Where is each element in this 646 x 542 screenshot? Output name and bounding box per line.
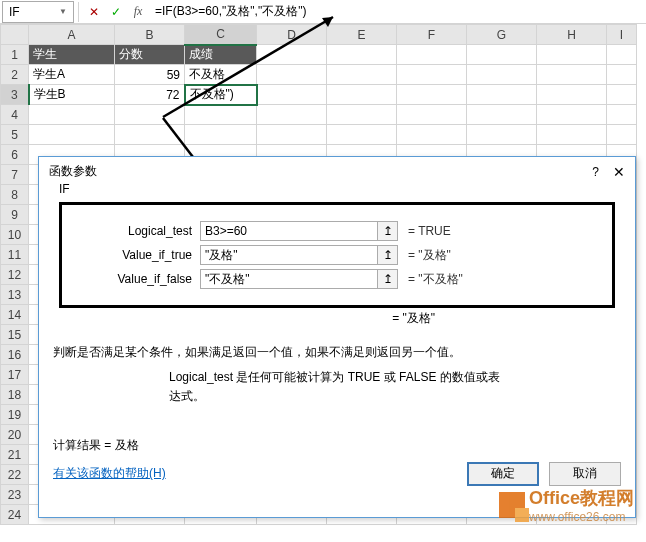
row-header-10[interactable]: 10 [1,225,29,245]
row-header-8[interactable]: 8 [1,185,29,205]
arg-input-logical-test[interactable]: B3>=60 [200,221,378,241]
ok-button[interactable]: 确定 [467,462,539,486]
cell[interactable] [257,45,327,65]
cell[interactable] [397,125,467,145]
cancel-button[interactable]: 取消 [549,462,621,486]
cell-a2[interactable]: 学生A [29,65,115,85]
cell[interactable] [537,65,607,85]
cell-c3-active[interactable]: 不及格") [185,85,257,105]
row-header-21[interactable]: 21 [1,445,29,465]
row-header-16[interactable]: 16 [1,345,29,365]
row-header-14[interactable]: 14 [1,305,29,325]
row-header-2[interactable]: 2 [1,65,29,85]
cell[interactable] [467,85,537,105]
dialog-titlebar[interactable]: 函数参数 ? ✕ [39,157,635,186]
collapse-dialog-icon[interactable]: ↥ [378,221,398,241]
cell-b1[interactable]: 分数 [115,45,185,65]
row-header-19[interactable]: 19 [1,405,29,425]
col-header-a[interactable]: A [29,25,115,45]
col-header-c[interactable]: C [185,25,257,45]
cell[interactable] [537,45,607,65]
cell[interactable] [327,65,397,85]
cell[interactable] [607,85,637,105]
cell-c1[interactable]: 成绩 [185,45,257,65]
cell[interactable] [115,105,185,125]
cell[interactable] [115,125,185,145]
cell[interactable] [185,125,257,145]
cell[interactable] [327,105,397,125]
arg-input-value-if-true[interactable]: "及格" [200,245,378,265]
cell[interactable] [327,45,397,65]
dialog-title-text: 函数参数 [49,163,97,180]
calculation-result: 计算结果 = 及格 [53,437,621,454]
cell[interactable] [607,45,637,65]
cell[interactable] [397,85,467,105]
row-header-1[interactable]: 1 [1,45,29,65]
cell[interactable] [29,125,115,145]
row-header-18[interactable]: 18 [1,385,29,405]
row-header-3[interactable]: 3 [1,85,29,105]
row-header-5[interactable]: 5 [1,125,29,145]
col-header-b[interactable]: B [115,25,185,45]
row-header-9[interactable]: 9 [1,205,29,225]
row-header-4[interactable]: 4 [1,105,29,125]
col-header-e[interactable]: E [327,25,397,45]
cell[interactable] [257,105,327,125]
col-header-d[interactable]: D [257,25,327,45]
cell[interactable] [537,125,607,145]
cell[interactable] [607,65,637,85]
row-header-11[interactable]: 11 [1,245,29,265]
cell[interactable] [467,105,537,125]
arg-input-value-if-false[interactable]: "不及格" [200,269,378,289]
row-header-17[interactable]: 17 [1,365,29,385]
cell[interactable] [397,45,467,65]
cell-c2[interactable]: 不及格 [185,65,257,85]
cell[interactable] [467,45,537,65]
cell[interactable] [607,125,637,145]
select-all-corner[interactable] [1,25,29,45]
cell[interactable] [327,85,397,105]
row-header-23[interactable]: 23 [1,485,29,505]
cell[interactable] [537,105,607,125]
fx-button[interactable]: fx [127,1,149,23]
collapse-dialog-icon[interactable]: ↥ [378,245,398,265]
row-header-24[interactable]: 24 [1,505,29,525]
cancel-formula-button[interactable]: ✕ [83,1,105,23]
formula-input[interactable]: =IF(B3>=60,"及格","不及格") [149,1,646,22]
row-header-6[interactable]: 6 [1,145,29,165]
row-header-20[interactable]: 20 [1,425,29,445]
row-header-22[interactable]: 22 [1,465,29,485]
col-header-h[interactable]: H [537,25,607,45]
name-box[interactable]: IF ▼ [2,1,74,23]
cell[interactable] [537,85,607,105]
col-header-g[interactable]: G [467,25,537,45]
cell[interactable] [397,105,467,125]
function-help-link[interactable]: 有关该函数的帮助(H) [53,465,166,482]
cell[interactable] [185,105,257,125]
cell[interactable] [257,125,327,145]
enter-formula-button[interactable]: ✓ [105,1,127,23]
watermark-logo-icon [499,492,525,518]
row-header-7[interactable]: 7 [1,165,29,185]
cell[interactable] [29,105,115,125]
help-icon[interactable]: ? [592,165,599,179]
cell[interactable] [397,65,467,85]
cell[interactable] [257,85,327,105]
cell[interactable] [467,65,537,85]
cell[interactable] [607,105,637,125]
collapse-dialog-icon[interactable]: ↥ [378,269,398,289]
col-header-f[interactable]: F [397,25,467,45]
cell[interactable] [257,65,327,85]
close-icon[interactable]: ✕ [613,164,625,180]
dropdown-icon[interactable]: ▼ [59,7,67,16]
cell-a1[interactable]: 学生 [29,45,115,65]
row-header-12[interactable]: 12 [1,265,29,285]
cell-b2[interactable]: 59 [115,65,185,85]
col-header-i[interactable]: I [607,25,637,45]
cell[interactable] [467,125,537,145]
cell-a3[interactable]: 学生B [29,85,115,105]
cell-b3[interactable]: 72 [115,85,185,105]
row-header-13[interactable]: 13 [1,285,29,305]
cell[interactable] [327,125,397,145]
row-header-15[interactable]: 15 [1,325,29,345]
